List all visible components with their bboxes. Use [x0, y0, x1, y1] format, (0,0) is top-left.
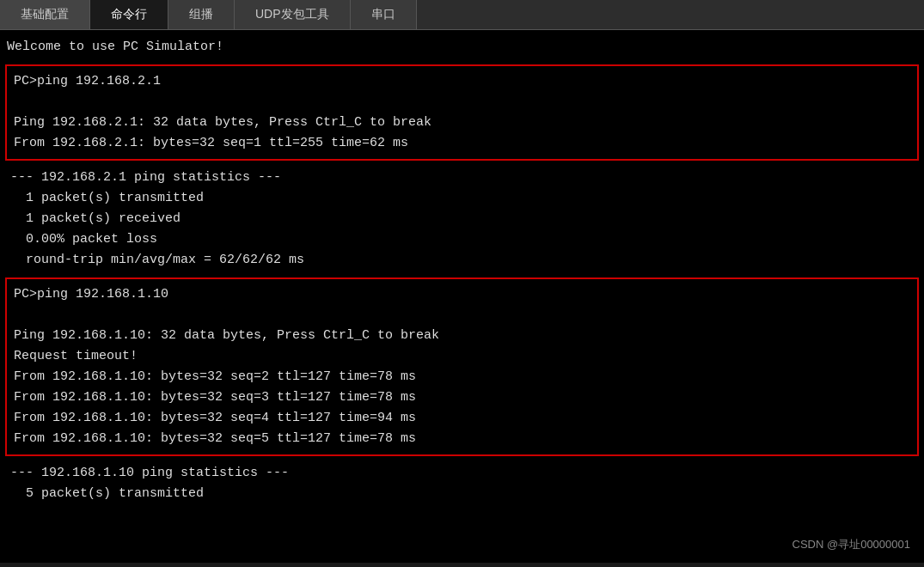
stats-header-1: --- 192.168.2.1 ping statistics ---	[10, 168, 914, 188]
watermark: CSDN @寻址00000001	[792, 536, 910, 553]
stats-block-2: --- 192.168.1.10 ping statistics --- 5 p…	[3, 461, 921, 506]
stats-loss-1: 0.00% packet loss	[10, 229, 914, 250]
tab-multicast[interactable]: 组播	[168, 0, 235, 29]
stats-header-2: --- 192.168.1.10 ping statistics ---	[10, 463, 914, 484]
ping-result-1: Ping 192.168.2.1: 32 data bytes, Press C…	[14, 113, 910, 133]
ping-from-2-seq2: From 192.168.1.10: bytes=32 seq=2 ttl=12…	[14, 367, 910, 387]
ping-from-1: From 192.168.2.1: bytes=32 seq=1 ttl=255…	[14, 133, 910, 154]
terminal-output: Welcome to use PC Simulator! PC>ping 192…	[0, 30, 924, 563]
tab-udp[interactable]: UDP发包工具	[235, 0, 351, 29]
stats-block-1: --- 192.168.2.1 ping statistics --- 1 pa…	[3, 166, 921, 272]
ping-from-2-seq4: From 192.168.1.10: bytes=32 seq=4 ttl=12…	[14, 408, 910, 429]
stats-rtt-1: round-trip min/avg/max = 62/62/62 ms	[10, 250, 914, 271]
ping-from-2-seq3: From 192.168.1.10: bytes=32 seq=3 ttl=12…	[14, 387, 910, 408]
ping-block-1: PC>ping 192.168.2.1 Ping 192.168.2.1: 32…	[5, 64, 919, 161]
blank-line-1	[14, 92, 910, 113]
ping-from-2-seq5: From 192.168.1.10: bytes=32 seq=5 ttl=12…	[14, 429, 910, 449]
stats-transmitted-1: 1 packet(s) transmitted	[10, 188, 914, 209]
cmd-line-2: PC>ping 192.168.1.10	[14, 284, 910, 305]
request-timeout: Request timeout!	[14, 346, 910, 367]
tab-cmd[interactable]: 命令行	[90, 0, 168, 29]
cmd-line-1: PC>ping 192.168.2.1	[14, 71, 910, 92]
ping-result-2: Ping 192.168.1.10: 32 data bytes, Press …	[14, 326, 910, 346]
ping-block-2: PC>ping 192.168.1.10 Ping 192.168.1.10: …	[5, 277, 919, 456]
stats-transmitted-2: 5 packet(s) transmitted	[10, 484, 914, 504]
tab-basic[interactable]: 基础配置	[0, 0, 90, 29]
tab-serial[interactable]: 串口	[351, 0, 417, 29]
welcome-message: Welcome to use PC Simulator!	[3, 35, 921, 59]
tab-bar: 基础配置 命令行 组播 UDP发包工具 串口	[0, 0, 924, 30]
blank-line-2	[14, 305, 910, 326]
stats-received-1: 1 packet(s) received	[10, 209, 914, 229]
